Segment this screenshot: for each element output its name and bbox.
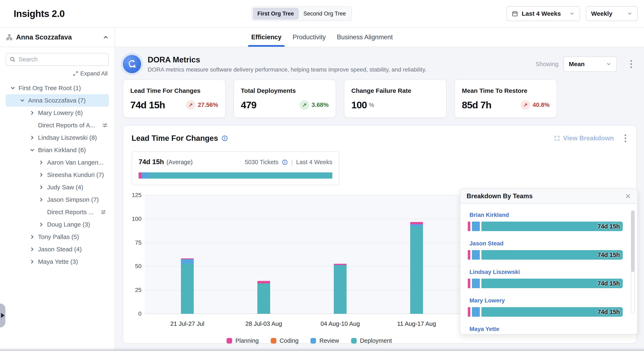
info-icon[interactable] [222, 135, 228, 142]
view-breakdown-button[interactable]: View Breakdown [554, 135, 614, 142]
chevron-right-icon[interactable] [38, 222, 44, 227]
dora-subtitle: DORA metrics measure software delivery p… [148, 66, 426, 73]
legend-swatch [226, 338, 232, 343]
tab-productivity[interactable]: Productivity [293, 28, 326, 47]
delta-percent: 40.8% [533, 102, 550, 108]
dora-title: DORA Metrics [148, 55, 426, 64]
breakdown-row-jason-stead: Jason Stead 74d 15h [468, 240, 623, 260]
sidebar-collapse-handle[interactable] [0, 303, 5, 327]
tree-item-doug-lange-3[interactable]: Doug Lange (3) [6, 218, 109, 231]
scrollbar-thumb[interactable] [631, 210, 635, 272]
tree-item-first-org-tree-root-1[interactable]: First Org Tree Root (1) [6, 82, 109, 94]
sidebar-header[interactable]: Anna Scozzafava [0, 28, 115, 47]
dora-menu-button[interactable] [629, 59, 634, 70]
dora-titles: DORA Metrics DORA metrics measure softwa… [148, 55, 426, 73]
lead-time-menu-button[interactable] [623, 133, 628, 144]
team-link[interactable]: Brian Kirkland [470, 212, 623, 218]
tree-item-jason-simpson-7[interactable]: Jason Simpson (7) [6, 193, 109, 206]
play-icon [1, 313, 4, 318]
tab-business-alignment[interactable]: Business Alignment [337, 28, 393, 47]
bar-segment-planning [468, 250, 470, 260]
bar-segment-review [410, 224, 423, 226]
tree-item-judy-saw-4[interactable]: Judy Saw (4) [6, 181, 109, 193]
bar-segment-planning [257, 281, 270, 283]
search-box [6, 53, 109, 66]
second-org-tree-button[interactable]: Second Org Tree [299, 8, 350, 20]
tree-item-maya-yette-3[interactable]: Maya Yette (3) [6, 255, 109, 268]
chevron-down-icon[interactable] [10, 85, 16, 91]
chevron-up-icon[interactable] [103, 34, 109, 40]
chevron-right-icon[interactable] [38, 160, 44, 165]
tree-item-direct-reports-of-a[interactable]: Direct Reports of A... [6, 119, 109, 132]
tree-item-label: First Org Tree Root (1) [18, 85, 81, 92]
legend-item-coding[interactable]: Coding [271, 337, 299, 344]
chart-legend: PlanningCodingReviewDeployment [145, 337, 474, 344]
tree-item-label: Anna Scozzafava (7) [28, 97, 86, 104]
metric-unit: % [369, 102, 374, 108]
metric-value: 479 [241, 99, 256, 111]
search-input[interactable] [18, 56, 105, 63]
tree-item-direct-reports[interactable]: Direct Reports ... [6, 206, 109, 218]
tree-item-brian-kirkland-6[interactable]: Brian Kirkland (6) [6, 144, 109, 156]
average-summary-card: 74d 15h (Average) 5030 Tickets | Last 4 … [132, 151, 339, 185]
team-link[interactable]: Mary Lowery [470, 297, 623, 304]
team-link[interactable]: Lindsay Liszewski [470, 269, 623, 275]
tickets-count: 5030 Tickets [245, 159, 278, 166]
tree-item-label: Lindsay Liszewski (8) [38, 134, 97, 141]
gridline [145, 219, 474, 219]
tree-item-lindsay-liszewski-8[interactable]: Lindsay Liszewski (8) [6, 132, 109, 144]
date-range-value: Last 4 Weeks [522, 10, 566, 17]
bar-04-aug-10-aug[interactable] [334, 264, 346, 314]
metric-card-lead-time-for-changes: Lead Time For Changes 74d 15h ↗ 27.56% [123, 79, 226, 118]
tree-item-mary-lowery-6[interactable]: Mary Lowery (6) [6, 107, 109, 119]
org-tree-toggle: First Org Tree Second Org Tree [251, 7, 352, 21]
chevron-right-icon[interactable] [29, 135, 35, 141]
expand-all-button[interactable]: Expand All [6, 70, 108, 77]
aggregation-select[interactable]: Mean [564, 57, 617, 72]
dora-cycle-icon [123, 55, 141, 73]
filter-sliders-icon[interactable] [102, 122, 108, 128]
y-axis-tick-label: 125 [132, 192, 142, 198]
showing-control: Showing Mean [536, 57, 617, 72]
bar-11-aug-17-aug[interactable] [410, 222, 423, 314]
team-link[interactable]: Maya Yette [470, 326, 623, 332]
legend-item-deployment[interactable]: Deployment [351, 337, 392, 344]
chevron-right-icon[interactable] [29, 259, 35, 265]
bar-21-jul-27-jul[interactable] [181, 258, 194, 314]
chevron-right-icon[interactable] [29, 110, 35, 116]
search-icon [10, 56, 16, 63]
filter-sliders-icon[interactable] [100, 209, 106, 215]
lead-time-header: Lead Time For Changes [132, 133, 628, 144]
chevron-right-icon[interactable] [38, 172, 44, 178]
info-icon[interactable] [282, 159, 288, 165]
chevron-down-icon[interactable] [20, 98, 25, 103]
tree-item-sireesha-kunduri-7[interactable]: Sireesha Kunduri (7) [6, 169, 109, 181]
tree-item-label: Jason Simpson (7) [47, 196, 99, 203]
breakdown-scrollbar[interactable] [631, 210, 635, 314]
granularity-select[interactable]: Weekly [586, 6, 638, 21]
close-icon[interactable]: ✕ [625, 193, 631, 200]
tree-item-jason-stead-4[interactable]: Jason Stead (4) [6, 243, 109, 255]
legend-item-review[interactable]: Review [310, 337, 339, 344]
tree-item-label: Doug Lange (3) [47, 221, 90, 228]
bar-28-jul-03-aug[interactable] [257, 281, 270, 314]
chart-plot-area [145, 195, 474, 314]
chevron-down-icon [606, 61, 611, 67]
tree-item-tony-pallas-5[interactable]: Tony Pallas (5) [6, 231, 109, 243]
date-range-select[interactable]: Last 4 Weeks [506, 6, 580, 21]
expand-icon [73, 71, 78, 76]
chevron-down-icon[interactable] [29, 147, 35, 153]
team-value: 74d 15h [598, 280, 620, 287]
first-org-tree-button[interactable]: First Org Tree [253, 8, 298, 20]
legend-label: Planning [236, 337, 259, 344]
chevron-right-icon[interactable] [38, 184, 44, 190]
tab-efficiency[interactable]: Efficiency [251, 28, 281, 47]
legend-item-planning[interactable]: Planning [226, 337, 259, 344]
chevron-right-icon[interactable] [29, 246, 35, 252]
tree-item-aaron-van-langen[interactable]: Aaron Van Langen... [6, 156, 109, 169]
lead-time-title: Lead Time For Changes [132, 134, 218, 143]
chevron-right-icon[interactable] [38, 197, 44, 203]
tree-item-anna-scozzafava-7[interactable]: Anna Scozzafava (7) [6, 94, 109, 107]
chevron-right-icon[interactable] [29, 234, 35, 240]
team-link[interactable]: Jason Stead [470, 240, 623, 247]
